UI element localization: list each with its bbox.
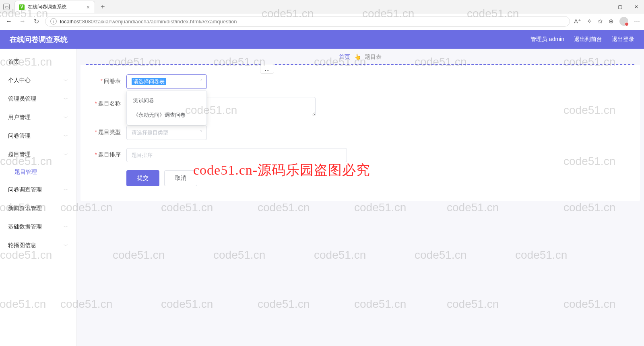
label-name: *题目名称 [90, 97, 126, 107]
back-button[interactable]: ← [4, 16, 14, 26]
sidebar-item-label: 问卷管理 [8, 132, 31, 140]
breadcrumb-sep-icon: 👆 [354, 54, 361, 60]
refresh-button[interactable]: ↻ [31, 16, 41, 26]
chevron-down-icon: ﹀ [64, 152, 68, 158]
label-order: *题目排序 [90, 148, 126, 159]
user-label[interactable]: 管理员 admin [530, 36, 564, 43]
sidebar-item-label: 首页 [8, 58, 19, 66]
minimize-button[interactable]: ─ [600, 2, 608, 11]
submit-button[interactable]: 提交 [126, 170, 159, 186]
label-text: 题目排序 [98, 151, 121, 158]
sidebar-item-label: 用户管理 [8, 114, 31, 121]
sidebar-subitem-question[interactable]: 题目管理 [0, 164, 76, 181]
tab-title: 在线问卷调查系统 [28, 4, 66, 10]
dropdown-option[interactable]: 测试问卷 [127, 93, 206, 108]
address-bar[interactable]: i localhost:8080/zaixianwenjuandiaocha/a… [45, 16, 570, 27]
main-content: 首页 👆 题目表 ... *问卷表 请选择问卷表 ˄ 测试问卷 《永劫无间》调查… [76, 49, 644, 346]
sidebar-item-users[interactable]: 用户管理﹀ [0, 108, 76, 127]
select-type[interactable]: 请选择题目类型 ˅ [126, 126, 207, 140]
collections-icon[interactable]: ⊕ [609, 18, 614, 25]
sidebar-item-admin[interactable]: 管理员管理﹀ [0, 90, 76, 108]
sidebar-item-profile[interactable]: 个人中心﹀ [0, 71, 76, 90]
form-row-type: *题目类型 请选择题目类型 ˅ [90, 126, 630, 140]
sidebar-item-news[interactable]: 新闻资讯管理﹀ [0, 199, 76, 218]
app-body: 首页 个人中心﹀ 管理员管理﹀ 用户管理﹀ 问卷管理﹀ 题目管理﹀ 题目管理 问… [0, 49, 644, 346]
sidebar-item-basedata[interactable]: 基础数据管理﹀ [0, 218, 76, 236]
sidebar-item-label: 管理员管理 [8, 95, 36, 103]
sidebar-item-survey-investigate[interactable]: 问卷调查管理﹀ [0, 181, 76, 199]
sidebar-item-survey[interactable]: 问卷管理﹀ [0, 127, 76, 145]
tabs-overview-icon[interactable]: ▭ [3, 4, 10, 10]
select-placeholder: 请选择题目类型 [132, 130, 168, 136]
maximize-button[interactable]: ▢ [615, 2, 625, 11]
window-controls: ─ ▢ ✕ [600, 2, 641, 11]
favicon-icon: V [19, 4, 25, 10]
sidebar-item-label: 题目管理 [8, 151, 31, 158]
chevron-down-icon: ﹀ [64, 206, 68, 212]
site-info-icon[interactable]: i [50, 18, 57, 25]
more-button[interactable]: ... [260, 64, 274, 74]
form-row-paper: *问卷表 请选择问卷表 ˄ 测试问卷 《永劫无间》调查问卷 [90, 74, 630, 89]
sidebar-item-label: 轮播图信息 [8, 242, 36, 249]
more-menu-icon[interactable]: ⋯ [634, 18, 640, 25]
sidebar-item-question[interactable]: 题目管理﹀ [0, 145, 76, 164]
sidebar: 首页 个人中心﹀ 管理员管理﹀ 用户管理﹀ 问卷管理﹀ 题目管理﹀ 题目管理 问… [0, 49, 76, 346]
app-title: 在线问卷调查系统 [10, 35, 68, 44]
address-actions: A⁺ ✧ ✩ ⊕ ⋯ [574, 17, 640, 26]
breadcrumb: 首页 👆 题目表 [76, 49, 644, 64]
input-order[interactable] [126, 148, 347, 162]
chevron-down-icon: ﹀ [64, 133, 68, 139]
logout-link[interactable]: 退出登录 [612, 36, 634, 43]
breadcrumb-current: 题目表 [365, 54, 382, 60]
form-card: ... *问卷表 请选择问卷表 ˄ 测试问卷 《永劫无间》调查问卷 *题目 [80, 65, 640, 201]
button-row: 提交 取消 [90, 170, 630, 186]
back-to-front[interactable]: 退出到前台 [574, 36, 602, 43]
url-host: localhost [60, 19, 80, 25]
select-placeholder: 请选择问卷表 [132, 78, 166, 85]
label-text: 问卷表 [104, 78, 121, 84]
chevron-down-icon: ﹀ [64, 243, 68, 249]
browser-titlebar: ▭ V 在线问卷调查系统 × + ─ ▢ ✕ [0, 0, 644, 14]
forward-button: → [18, 16, 27, 26]
app-header: 在线问卷调查系统 管理员 admin 退出到前台 退出登录 [0, 30, 644, 49]
close-tab-icon[interactable]: × [87, 4, 90, 10]
chevron-down-icon: ﹀ [64, 187, 68, 193]
form-row-order: *题目排序 [90, 148, 630, 162]
label-text: 题目类型 [98, 129, 121, 135]
sidebar-item-home[interactable]: 首页 [0, 53, 76, 71]
dropdown-option[interactable]: 《永劫无间》调查问卷 [127, 108, 206, 122]
read-aloud-icon[interactable]: A⁺ [574, 18, 581, 25]
label-paper: *问卷表 [90, 74, 126, 85]
select-paper[interactable]: 请选择问卷表 ˄ 测试问卷 《永劫无间》调查问卷 [126, 74, 207, 89]
profile-avatar-icon[interactable] [619, 17, 628, 26]
reader-icon[interactable]: ✧ [587, 18, 592, 25]
breadcrumb-home[interactable]: 首页 [339, 54, 350, 60]
label-type: *题目类型 [90, 126, 126, 136]
sidebar-item-label: 问卷调查管理 [8, 186, 42, 194]
chevron-down-icon: ﹀ [64, 115, 68, 121]
browser-chrome: ▭ V 在线问卷调查系统 × + ─ ▢ ✕ ← → ↻ i localhost… [0, 0, 644, 30]
address-bar-row: ← → ↻ i localhost:8080/zaixianwenjuandia… [0, 14, 644, 30]
chevron-down-icon: ˅ [200, 130, 202, 136]
sidebar-item-carousel[interactable]: 轮播图信息﹀ [0, 236, 76, 255]
chevron-down-icon: ﹀ [64, 224, 68, 230]
chevron-up-icon: ˄ [200, 79, 202, 84]
sidebar-item-label: 个人中心 [8, 77, 31, 84]
new-tab-button[interactable]: + [97, 3, 108, 11]
input-order-wrap [126, 148, 347, 162]
sidebar-item-label: 新闻资讯管理 [8, 205, 42, 212]
close-window-button[interactable]: ✕ [632, 2, 641, 11]
label-text: 题目名称 [98, 100, 121, 107]
sidebar-item-label: 基础数据管理 [8, 223, 42, 231]
cancel-button[interactable]: 取消 [164, 170, 197, 186]
chevron-down-icon: ﹀ [64, 96, 68, 102]
url-path: /zaixianwenjuandiaocha/admin/dist/index.… [94, 19, 237, 25]
url-text: localhost:8080/zaixianwenjuandiaocha/adm… [60, 19, 237, 25]
browser-tab[interactable]: V 在线问卷调查系统 × [14, 1, 95, 13]
dropdown-paper: 测试问卷 《永劫无间》调查问卷 [126, 91, 207, 125]
chevron-down-icon: ﹀ [64, 78, 68, 84]
favorites-icon[interactable]: ✩ [598, 18, 603, 25]
url-port: :8080 [80, 19, 94, 25]
